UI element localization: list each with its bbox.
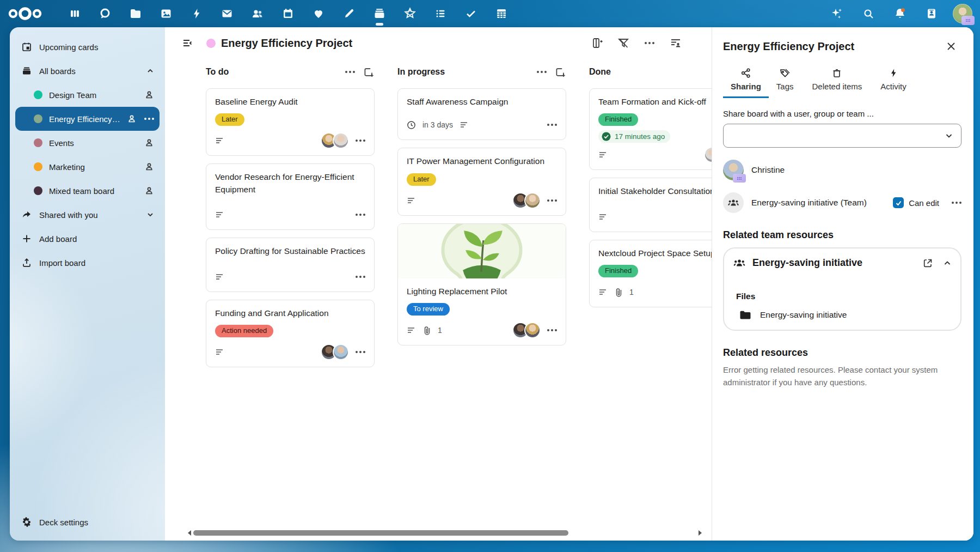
sharee-menu-icon[interactable] — [952, 202, 961, 204]
sidebar-board-mixed-team[interactable]: Mixed team board — [15, 179, 160, 203]
trash-icon — [831, 68, 842, 78]
card-menu-icon[interactable] — [547, 329, 557, 331]
card-badge: Finished — [598, 113, 638, 126]
card-baseline-energy-audit[interactable]: Baseline Energy Audit Later — [206, 88, 375, 156]
resource-folder-item[interactable]: Energy-saving initiative — [733, 310, 952, 320]
sidebar-board-events[interactable]: Events — [15, 131, 160, 155]
talk-icon[interactable] — [91, 0, 119, 27]
notes-icon[interactable] — [335, 0, 363, 27]
tab-sharing[interactable]: Sharing — [723, 64, 769, 98]
filter-off-icon[interactable] — [613, 33, 634, 53]
assignee-avatar — [524, 322, 541, 338]
tab-activity[interactable]: Activity — [873, 64, 914, 98]
tab-tags[interactable]: Tags — [769, 64, 801, 98]
card-lighting-replacement[interactable]: Lighting Replacement Pilot To review 1 — [397, 223, 566, 345]
files-icon[interactable] — [122, 0, 149, 27]
nextcloud-logo-icon[interactable] — [8, 7, 42, 21]
collapse-chevron-up-icon[interactable] — [146, 67, 154, 75]
board-more-menu[interactable] — [639, 33, 660, 53]
checks-icon[interactable] — [457, 0, 485, 27]
app-content: Upcoming cards All boards Design Team En… — [10, 27, 973, 541]
card-policy-drafting[interactable]: Policy Drafting for Sustainable Practice… — [206, 238, 375, 292]
external-link-icon[interactable] — [922, 258, 933, 269]
dashboard-icon[interactable] — [61, 0, 88, 27]
collapse-chevron-down-icon[interactable] — [146, 211, 154, 219]
shared-person-icon — [127, 114, 137, 124]
folder-name: Energy-saving initiative — [760, 310, 847, 320]
add-card-icon[interactable] — [554, 66, 566, 78]
share-arrow-icon — [21, 209, 33, 220]
collapse-chevron-up-icon[interactable] — [943, 259, 952, 268]
activity-icon[interactable] — [183, 0, 210, 27]
sidebar-board-design-team[interactable]: Design Team — [15, 83, 160, 107]
calendar-icon[interactable] — [274, 0, 302, 27]
team-resource-title: Energy-saving initiative — [752, 257, 862, 269]
card-funding-grant[interactable]: Funding and Grant Application Action nee… — [206, 300, 375, 367]
can-edit-checkbox[interactable] — [893, 197, 904, 208]
sidebar-item-import-board[interactable]: Import board — [15, 251, 160, 275]
due-date-text: in 3 days — [422, 120, 453, 129]
sharee-name: Energy-saving initiative (Team) — [751, 198, 867, 208]
card-menu-icon[interactable] — [547, 124, 557, 126]
card-menu-icon[interactable] — [356, 351, 365, 353]
board-name: Mixed team board — [49, 186, 138, 196]
column-menu-icon[interactable] — [345, 71, 355, 73]
card-menu-icon[interactable] — [547, 199, 557, 202]
card-cover-image — [398, 224, 566, 278]
card-staff-awareness[interactable]: Staff Awareness Campaign in 3 days — [397, 88, 566, 140]
close-icon[interactable] — [941, 36, 961, 57]
contacts-icon[interactable] — [244, 0, 271, 27]
card-menu-icon[interactable] — [356, 139, 365, 142]
board-details-toggle[interactable] — [665, 33, 686, 53]
tab-deleted-items[interactable]: Deleted items — [801, 64, 873, 98]
add-list-button[interactable] — [587, 33, 608, 53]
sidebar-item-all-boards[interactable]: All boards — [15, 59, 160, 83]
card-menu-icon[interactable] — [356, 276, 365, 278]
due-clock-icon — [407, 120, 416, 130]
board-menu-icon[interactable] — [144, 118, 154, 120]
sidebar-item-deck-settings[interactable]: Deck settings — [15, 510, 160, 534]
mail-icon[interactable] — [213, 0, 241, 27]
board-name: Events — [49, 138, 138, 148]
card-vendor-research[interactable]: Vendor Research for Energy-Efficient Equ… — [206, 163, 375, 230]
scrollbar-thumb[interactable] — [193, 530, 568, 536]
sidebar-board-marketing[interactable]: Marketing — [15, 155, 160, 179]
sidebar: Upcoming cards All boards Design Team En… — [10, 27, 165, 541]
column-menu-icon[interactable] — [537, 71, 547, 73]
add-card-icon[interactable] — [363, 66, 375, 78]
health-icon[interactable] — [305, 0, 332, 27]
horizontal-scrollbar[interactable] — [188, 529, 702, 537]
collectives-icon[interactable] — [396, 0, 424, 27]
card-it-power-management[interactable]: IT Power Management Configuration Later — [397, 148, 566, 215]
search-icon[interactable] — [855, 0, 882, 27]
sidebar-item-shared-with-you[interactable]: Shared with you — [15, 203, 160, 227]
tasks-icon[interactable] — [427, 0, 454, 27]
photos-icon[interactable] — [152, 0, 180, 27]
sidebar-item-label: Import board — [39, 258, 154, 268]
shared-person-icon — [144, 186, 154, 196]
share-select-input[interactable] — [723, 124, 961, 148]
sidebar-board-energy-efficiency[interactable]: Energy Efficiency Pro… — [15, 107, 160, 131]
board-main: Energy Efficiency Project — [165, 27, 973, 541]
scroll-left-arrow[interactable] — [188, 530, 191, 536]
card-title: Staff Awareness Campaign — [407, 96, 557, 108]
description-icon — [215, 348, 225, 356]
tables-icon[interactable] — [488, 0, 515, 27]
deck-icon-active[interactable] — [366, 0, 393, 27]
tab-label: Tags — [776, 82, 794, 91]
sidebar-item-upcoming-cards[interactable]: Upcoming cards — [15, 35, 160, 59]
toggle-sidebar-icon[interactable] — [178, 34, 197, 52]
active-app-indicator — [376, 23, 383, 26]
card-badge: Later — [407, 173, 436, 186]
sidebar-item-add-board[interactable]: Add board — [15, 227, 160, 251]
assistant-icon[interactable] — [823, 0, 850, 27]
sharee-row-team[interactable]: Energy-saving initiative (Team) Can edit — [723, 192, 961, 213]
contacts-menu-icon[interactable] — [918, 0, 945, 27]
scroll-right-arrow[interactable] — [699, 530, 702, 536]
sharee-row-christine[interactable]: Christine — [723, 160, 961, 180]
user-avatar[interactable] — [953, 4, 972, 23]
notifications-bell-icon[interactable] — [886, 0, 914, 27]
share-board-label: Share board with a user, group or team .… — [723, 109, 961, 118]
card-menu-icon[interactable] — [356, 214, 365, 216]
lightning-icon — [888, 68, 899, 78]
